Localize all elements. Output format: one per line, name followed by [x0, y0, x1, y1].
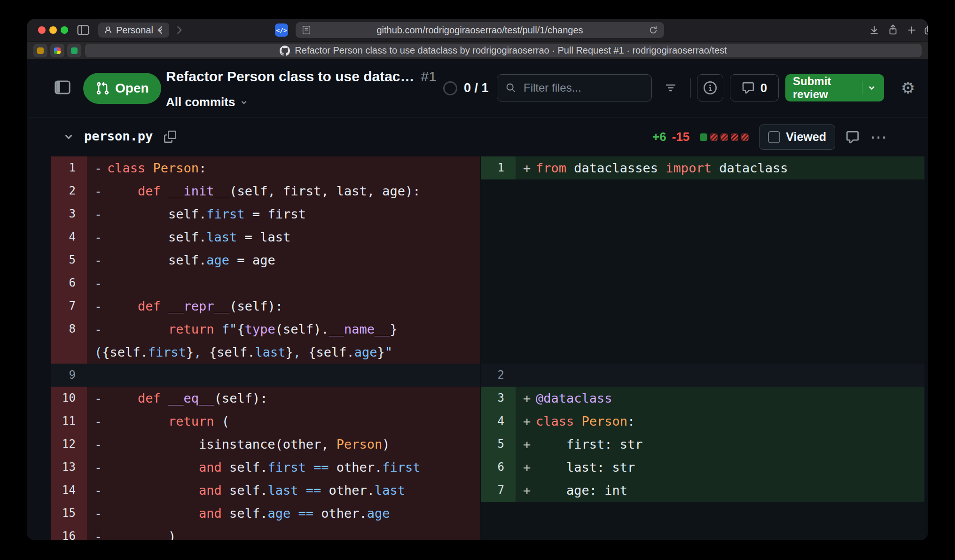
code-line: - isinstance(other, Person): [87, 433, 480, 456]
copy-path-button[interactable]: [164, 131, 176, 143]
diff-row: 7- def __repr__(self):: [51, 295, 924, 318]
line-number[interactable]: 1: [51, 156, 87, 179]
pinned-tab-2[interactable]: [50, 44, 64, 57]
line-number[interactable]: 7: [51, 295, 87, 318]
search-icon: [505, 82, 517, 94]
code-line: -class Person:: [87, 156, 480, 179]
line-number[interactable]: 11: [51, 410, 87, 433]
comments-button[interactable]: 0: [730, 74, 779, 101]
new-tab-button[interactable]: [905, 23, 919, 37]
diff-marker: +: [523, 387, 536, 410]
line-number[interactable]: 2: [51, 179, 87, 202]
diff-table: 1-class Person:1+from dataclasses import…: [51, 156, 924, 540]
forward-button[interactable]: [172, 23, 187, 38]
line-number[interactable]: 13: [51, 456, 87, 479]
diff-row: ({self.first}, {self.last}, {self.age}": [51, 341, 924, 364]
extension-button[interactable]: </>: [275, 23, 288, 37]
filter-files-input[interactable]: [523, 81, 644, 95]
diff-marker: -: [94, 156, 107, 179]
line-number[interactable]: 3: [51, 202, 87, 226]
line-number[interactable]: 5: [51, 249, 87, 272]
diff-marker: -: [94, 410, 107, 433]
share-icon: [887, 24, 899, 36]
tab-strip: Refactor Person class to use dataclass b…: [27, 41, 928, 59]
chevron-down-icon[interactable]: [867, 83, 877, 93]
commits-label: All commits: [166, 95, 235, 109]
line-number[interactable]: 6: [480, 456, 516, 479]
pr-header: Open Refactor Person class to use datac……: [27, 59, 928, 117]
kebab-menu-button[interactable]: ⋯: [870, 129, 887, 146]
code-line: -: [87, 272, 480, 295]
diff-row: 14- and self.last == other.last7+ age: i…: [51, 479, 924, 502]
browser-window: Personal </> github.com/rodrigogira: [27, 19, 928, 540]
diff-marker: -: [94, 318, 107, 341]
line-number[interactable]: 4: [480, 410, 516, 433]
diffstat-block-deleted: [710, 133, 718, 141]
code-line: - ): [87, 525, 480, 540]
code-line: [516, 179, 924, 202]
filter-lines-icon: [664, 81, 677, 94]
commits-dropdown[interactable]: All commits: [166, 95, 248, 109]
line-number[interactable]: 2: [480, 364, 516, 387]
back-button[interactable]: [153, 23, 168, 38]
line-number[interactable]: 12: [51, 433, 87, 456]
submit-review-button[interactable]: Submit review: [785, 74, 884, 101]
active-tab[interactable]: Refactor Person class to use dataclass b…: [85, 44, 922, 57]
line-number[interactable]: 5: [480, 433, 516, 456]
sidebar-toggle-button[interactable]: [51, 76, 74, 99]
line-number[interactable]: 6: [51, 272, 87, 295]
viewed-toggle[interactable]: Viewed: [759, 124, 835, 150]
address-bar[interactable]: github.com/rodrigogiraoserrao/test/pull/…: [296, 22, 664, 38]
checkbox-icon[interactable]: [768, 131, 780, 143]
line-number[interactable]: 16: [51, 525, 87, 540]
code-line: - def __eq__(self):: [87, 387, 480, 410]
line-number[interactable]: 9: [51, 364, 87, 387]
pinned-tab-3[interactable]: [67, 44, 81, 57]
line-number: [480, 318, 516, 341]
reload-icon[interactable]: [648, 25, 658, 35]
pinned-tab-1[interactable]: [33, 44, 47, 57]
code-line: + age: int: [516, 479, 924, 502]
toolbar-sidebar-toggle-button[interactable]: [74, 23, 93, 38]
diff-row: 15- and self.age == other.age: [51, 502, 924, 525]
line-number[interactable]: 14: [51, 479, 87, 502]
code-line: [516, 341, 924, 364]
diff-row: 12- isinstance(other, Person)5+ first: s…: [51, 433, 924, 456]
diff-marker: +: [523, 156, 536, 179]
line-number[interactable]: 8: [51, 318, 87, 341]
code-line: - return (: [87, 410, 480, 433]
code-line: - self.first = first: [87, 202, 480, 226]
line-number[interactable]: 1: [480, 156, 516, 179]
share-button[interactable]: [886, 23, 900, 37]
filter-options-button[interactable]: [658, 74, 684, 101]
line-number[interactable]: 15: [51, 502, 87, 525]
close-button[interactable]: [38, 26, 46, 34]
line-number[interactable]: 4: [51, 226, 87, 249]
downloads-button[interactable]: [867, 23, 881, 37]
zoom-button[interactable]: [61, 26, 68, 34]
tab-title: Refactor Person class to use dataclass b…: [295, 45, 727, 56]
settings-button[interactable]: ⚙: [895, 75, 921, 101]
deletions-count: -15: [672, 130, 690, 144]
minimize-button[interactable]: [49, 26, 57, 34]
diff-marker: +: [523, 479, 536, 502]
line-number: [480, 179, 516, 202]
line-number[interactable]: 10: [51, 387, 87, 410]
tab-overview-button[interactable]: [922, 23, 928, 37]
submit-review-label: Submit review: [793, 75, 862, 101]
github-page: Open Refactor Person class to use datac……: [27, 59, 928, 540]
file-comment-button[interactable]: [845, 130, 860, 144]
line-number[interactable]: [51, 341, 87, 364]
info-button[interactable]: [697, 74, 723, 101]
collapse-file-button[interactable]: [63, 131, 75, 143]
browser-toolbar: Personal </> github.com/rodrigogira: [27, 19, 928, 41]
progress-ring-icon: [443, 81, 457, 95]
panel-left-icon: [55, 79, 70, 95]
pr-state-badge: Open: [83, 73, 161, 104]
line-number[interactable]: 7: [480, 479, 516, 502]
line-number: [480, 226, 516, 249]
line-number[interactable]: 3: [480, 387, 516, 410]
code-line: ({self.first}, {self.last}, {self.age}": [87, 341, 480, 364]
pr-state-label: Open: [115, 81, 149, 96]
file-name[interactable]: person.py: [84, 129, 153, 143]
